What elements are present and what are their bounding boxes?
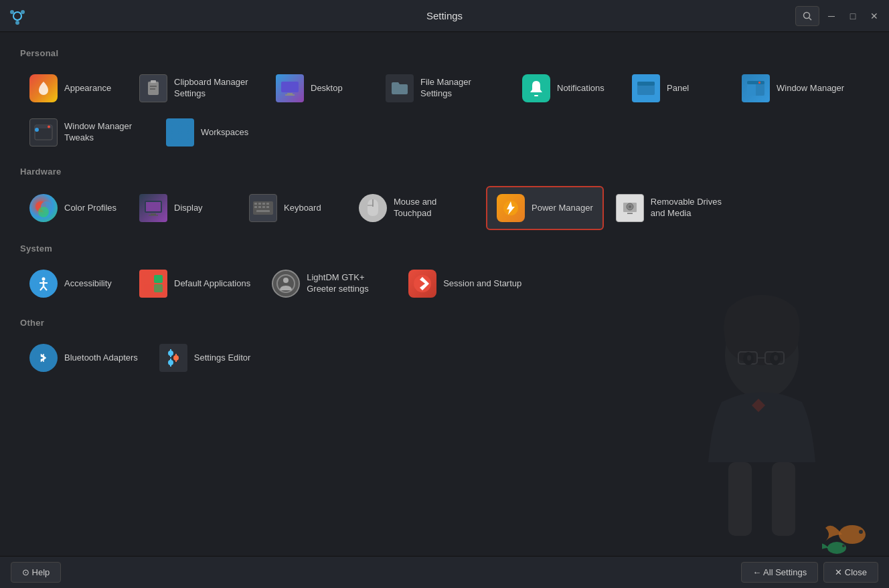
svg-rect-12 [285, 94, 295, 96]
close-button[interactable]: ✕ [865, 7, 884, 25]
svg-point-72 [173, 355, 179, 361]
svg-rect-26 [171, 133, 179, 140]
workspaces-label: Workspaces [201, 127, 248, 138]
windowmanager-icon [742, 74, 770, 102]
svg-rect-51 [627, 213, 633, 214]
power-icon [497, 194, 525, 222]
desktop-icon [276, 74, 304, 102]
minimize-button[interactable]: ─ [822, 7, 841, 25]
svg-rect-63 [154, 284, 163, 292]
app-title: Settings [426, 10, 463, 21]
item-settingseditor[interactable]: Settings Editor [150, 337, 260, 379]
svg-rect-25 [181, 125, 189, 132]
svg-rect-24 [171, 125, 179, 132]
item-workspaces[interactable]: Workspaces [157, 112, 264, 153]
item-colorprofiles[interactable]: Color Profiles [20, 186, 127, 230]
help-label: ⊙ Help [22, 567, 50, 577]
lightdm-icon [272, 270, 300, 298]
svg-rect-6 [148, 82, 159, 95]
wmtweaks-label: Window Manager Tweaks [64, 121, 145, 144]
item-mouse[interactable]: Mouse and Touchpad [349, 186, 483, 230]
item-bluetooth[interactable]: Bluetooth Adapters [20, 337, 147, 379]
svg-rect-27 [181, 133, 189, 140]
close-button-bottom[interactable]: ✕ Close [823, 562, 878, 583]
filemanager-icon [386, 74, 414, 102]
svg-rect-15 [637, 82, 655, 86]
display-label: Display [174, 203, 203, 214]
system-grid: Accessibility Default Applications [20, 263, 869, 304]
item-windowmanager[interactable]: Window Manager [732, 68, 854, 109]
svg-rect-13 [534, 95, 538, 96]
item-lightdm[interactable]: LightDM GTK+ Greeter settings [262, 263, 396, 304]
svg-rect-19 [747, 84, 756, 96]
section-personal: Personal [20, 48, 869, 58]
search-button[interactable] [795, 6, 819, 26]
item-keyboard[interactable]: Keyboard [240, 186, 347, 230]
svg-rect-34 [149, 215, 158, 216]
removable-icon [616, 194, 644, 222]
bluetooth-label: Bluetooth Adapters [64, 353, 138, 364]
item-panel[interactable]: Panel [623, 68, 730, 109]
bottombar: ⊙ Help ← All Settings ✕ Close [0, 556, 889, 588]
item-notifications[interactable]: Notifications [513, 68, 620, 109]
mouse-icon [359, 194, 387, 222]
svg-point-55 [42, 278, 46, 281]
settingseditor-icon [159, 344, 187, 372]
power-label: Power Manager [532, 203, 593, 214]
appearance-label: Appearance [64, 83, 111, 94]
notifications-icon [522, 74, 550, 102]
item-power[interactable]: Power Manager [486, 186, 604, 230]
svg-rect-39 [266, 203, 269, 205]
bottombar-left: ⊙ Help [11, 562, 61, 583]
accessibility-icon [29, 270, 58, 298]
svg-point-30 [38, 207, 49, 217]
accessibility-label: Accessibility [64, 278, 112, 290]
item-clipboard[interactable]: Clipboard Manager Settings [130, 68, 264, 109]
settingseditor-label: Settings Editor [194, 353, 251, 364]
svg-rect-10 [281, 82, 299, 92]
svg-point-0 [13, 12, 21, 20]
defaultapps-label: Default Applications [174, 278, 250, 290]
item-session[interactable]: Session and Startup [399, 263, 531, 304]
desktop-label: Desktop [311, 83, 343, 94]
colorprofiles-label: Color Profiles [64, 203, 116, 214]
svg-point-23 [35, 128, 39, 132]
svg-rect-42 [262, 206, 265, 208]
item-display[interactable]: Display [130, 186, 237, 230]
svg-point-75 [168, 360, 173, 365]
svg-rect-61 [154, 275, 163, 283]
item-defaultapps[interactable]: Default Applications [130, 263, 260, 304]
help-button[interactable]: ⊙ Help [11, 562, 61, 583]
svg-rect-40 [254, 206, 257, 208]
item-appearance[interactable]: Appearance [20, 68, 127, 109]
item-accessibility[interactable]: Accessibility [20, 263, 127, 304]
item-removable[interactable]: Removable Drives and Media [607, 186, 740, 230]
panel-icon [632, 74, 660, 102]
filemanager-label: File Manager Settings [420, 77, 501, 100]
svg-rect-18 [758, 82, 760, 84]
window-controls: ─ □ ✕ [795, 6, 884, 26]
svg-rect-32 [146, 202, 161, 211]
svg-rect-37 [258, 203, 261, 205]
allsettings-button[interactable]: ← All Settings [741, 562, 818, 583]
svg-rect-7 [151, 80, 156, 83]
svg-point-3 [15, 21, 19, 25]
session-label: Session and Startup [443, 278, 521, 290]
wmtweaks-icon [29, 118, 58, 146]
notifications-label: Notifications [557, 83, 604, 94]
svg-rect-33 [151, 213, 156, 215]
svg-line-5 [809, 17, 812, 20]
svg-rect-62 [144, 284, 153, 292]
maximize-button[interactable]: □ [843, 7, 862, 25]
windowmanager-label: Window Manager [777, 83, 844, 94]
svg-point-4 [804, 12, 810, 18]
lightdm-label: LightDM GTK+ Greeter settings [307, 272, 387, 295]
close-label: ✕ Close [835, 567, 867, 577]
svg-point-53 [629, 205, 631, 208]
svg-point-22 [48, 126, 50, 128]
app-logo [8, 7, 27, 25]
item-filemanager[interactable]: File Manager Settings [376, 68, 510, 109]
item-desktop[interactable]: Desktop [266, 68, 374, 109]
item-wmtweaks[interactable]: Window Manager Tweaks [20, 112, 154, 153]
section-other: Other [20, 318, 869, 328]
